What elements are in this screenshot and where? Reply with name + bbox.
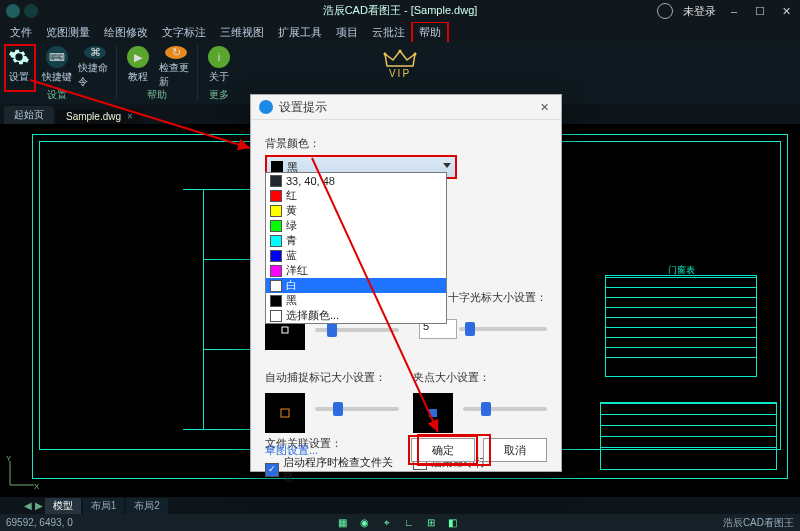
qat-icon[interactable]: [24, 4, 38, 18]
settings-dialog: 设置提示 ✕ 背景颜色： 黑 33, 40, 48 红 黄 绿 青 蓝 洋红 白…: [250, 94, 562, 472]
login-status[interactable]: 未登录: [683, 4, 716, 19]
cancel-button[interactable]: 取消: [483, 438, 547, 462]
ucs-icon: YX: [4, 455, 40, 493]
color-option-selected[interactable]: 白: [266, 278, 446, 293]
color-option[interactable]: 蓝: [266, 248, 446, 263]
ribbon-about-button[interactable]: i 关于: [202, 44, 236, 88]
menu-view-measure[interactable]: 览图测量: [40, 23, 96, 42]
menu-text-annot[interactable]: 文字标注: [156, 23, 212, 42]
ribbon-tutorial-button[interactable]: ▶ 教程: [121, 44, 155, 88]
bg-color-label: 背景颜色：: [265, 136, 547, 151]
ribbon-update-button[interactable]: ↻ 检查更新: [159, 44, 193, 88]
tab-layout2[interactable]: 布局2: [126, 498, 168, 514]
menu-help[interactable]: 帮助: [413, 23, 447, 42]
dialog-close-button[interactable]: ✕: [535, 101, 553, 114]
minimize-button[interactable]: –: [726, 4, 742, 18]
menu-ext-tools[interactable]: 扩展工具: [272, 23, 328, 42]
close-icon[interactable]: ×: [127, 111, 133, 122]
menu-file[interactable]: 文件: [4, 23, 38, 42]
dialog-icon: [259, 100, 273, 114]
color-option[interactable]: 黄: [266, 203, 446, 218]
title-bar: 浩辰CAD看图王 - [Sample.dwg] 未登录 – ☐ ✕: [0, 0, 800, 22]
menu-project[interactable]: 项目: [330, 23, 364, 42]
menu-bar: 文件 览图测量 绘图修改 文字标注 三维视图 扩展工具 项目 云批注 帮助: [0, 22, 800, 42]
coordinates: 69592, 6493, 0: [6, 517, 73, 528]
snap-size-label: 自动捕捉标记大小设置：: [265, 370, 399, 385]
svg-point-2: [414, 53, 417, 56]
menu-draw-edit[interactable]: 绘图修改: [98, 23, 154, 42]
status-icon[interactable]: ⌖: [380, 516, 394, 530]
close-button[interactable]: ✕: [778, 4, 794, 18]
ribbon-settings-button[interactable]: 设置: [2, 44, 36, 88]
svg-point-1: [399, 50, 402, 53]
crosshair-size-slider[interactable]: [315, 328, 399, 332]
snap-size-slider[interactable]: [315, 407, 399, 411]
command-icon: ⌘: [84, 46, 106, 59]
color-option[interactable]: 红: [266, 188, 446, 203]
color-option[interactable]: 洋红: [266, 263, 446, 278]
menu-cloud-annot[interactable]: 云批注: [366, 23, 411, 42]
svg-rect-9: [429, 409, 437, 417]
vip-badge[interactable]: VIP: [383, 48, 417, 79]
bg-color-dropdown: 33, 40, 48 红 黄 绿 青 蓝 洋红 白 黑 选择颜色...: [265, 172, 447, 324]
menu-3d-view[interactable]: 三维视图: [214, 23, 270, 42]
grip-size-slider[interactable]: [463, 407, 547, 411]
refresh-icon: ↻: [165, 46, 187, 59]
brand-label: 浩辰CAD看图王: [723, 516, 794, 530]
ribbon-group-more: 更多: [209, 88, 229, 102]
keyboard-icon: ⌨: [46, 46, 68, 68]
status-icon[interactable]: ◧: [446, 516, 460, 530]
user-icon[interactable]: [657, 3, 673, 19]
chevron-down-icon: [443, 163, 451, 168]
svg-text:X: X: [34, 482, 40, 491]
status-icon[interactable]: ⊞: [424, 516, 438, 530]
color-option[interactable]: 黑: [266, 293, 446, 308]
maximize-button[interactable]: ☐: [752, 4, 768, 18]
color-option[interactable]: 绿: [266, 218, 446, 233]
color-option-more[interactable]: 选择颜色...: [266, 308, 446, 323]
ok-button[interactable]: 确定: [411, 438, 475, 462]
status-bar: 69592, 6493, 0 ▦ ◉ ⌖ ∟ ⊞ ◧ 浩辰CAD看图王: [0, 514, 800, 531]
layout-tabs: ◀ ▶ 模型 布局1 布局2: [0, 497, 800, 514]
ribbon-hotcmd-button[interactable]: ⌘ 快捷命令: [78, 44, 112, 88]
tab-layout1[interactable]: 布局1: [83, 498, 125, 514]
dialog-titlebar[interactable]: 设置提示 ✕: [251, 95, 561, 120]
svg-rect-8: [281, 409, 289, 417]
tab-sample[interactable]: Sample.dwg×: [56, 109, 143, 124]
door-window-schedule: 门窗表: [605, 275, 757, 377]
status-icon[interactable]: ∟: [402, 516, 416, 530]
status-icon[interactable]: ◉: [358, 516, 372, 530]
snap-preview: [265, 393, 305, 433]
ribbon-group-help: 帮助: [147, 88, 167, 102]
ribbon-hotkey-button[interactable]: ⌨ 快捷键: [40, 44, 74, 88]
svg-rect-7: [282, 327, 288, 333]
info-icon: i: [208, 46, 230, 68]
svg-text:Y: Y: [6, 455, 12, 463]
color-option[interactable]: 青: [266, 233, 446, 248]
tab-model[interactable]: 模型: [45, 498, 81, 514]
title-block: [600, 402, 777, 470]
svg-point-0: [384, 53, 387, 56]
play-icon: ▶: [127, 46, 149, 68]
crosshair-size-slider-2[interactable]: [459, 327, 547, 331]
draft-settings-link[interactable]: 草图设置...: [265, 443, 318, 458]
app-icon: [6, 4, 20, 18]
gear-icon: [8, 46, 30, 68]
tab-start[interactable]: 起始页: [4, 106, 54, 124]
grip-size-label: 夹点大小设置：: [413, 370, 547, 385]
ribbon-group-settings: 设置: [47, 88, 67, 102]
grip-preview: [413, 393, 453, 433]
color-option[interactable]: 33, 40, 48: [266, 173, 446, 188]
dialog-title: 设置提示: [279, 99, 535, 116]
status-icon[interactable]: ▦: [336, 516, 350, 530]
